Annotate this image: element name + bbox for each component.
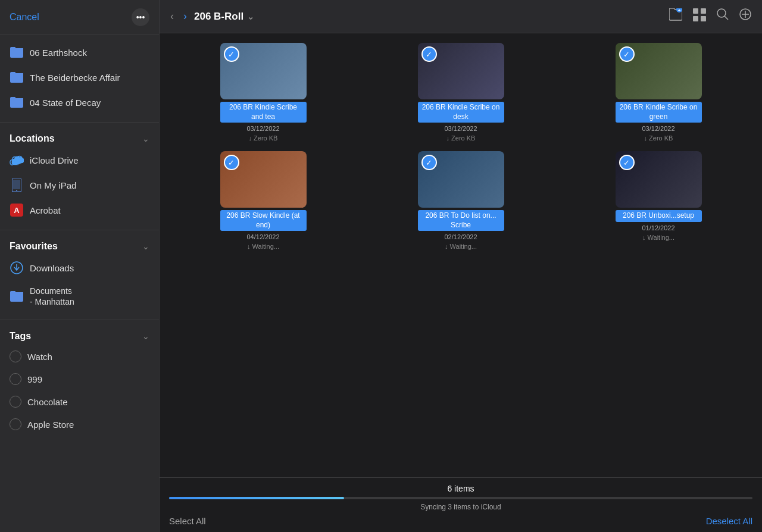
tag-999[interactable]: 999 [0,368,159,390]
tags-section: Tags ⌄ Watch 999 Chocolate Apple S [0,323,159,440]
documents-item[interactable]: Documents- Manhattan [0,280,159,312]
downloads-item[interactable]: Downloads [0,255,159,280]
file-card-2[interactable]: ✓ 206 BR Kindle Scribe on desk 03/12/202… [367,43,555,142]
cancel-button[interactable]: Cancel [10,12,39,23]
tag-chocolate-radio[interactable] [10,396,21,408]
nav-actions: + [667,6,754,27]
favourites-chevron: ⌄ [142,242,149,251]
tags-chevron: ⌄ [142,331,149,341]
file-name-6: 206 BR Unboxi...setup [616,210,702,222]
divider-3 [0,320,159,320]
tag-apple-store-radio[interactable] [10,418,21,430]
breadcrumb-label: 206 B-Roll [194,11,243,23]
tag-999-radio[interactable] [10,373,21,385]
acrobat-item[interactable]: A Acrobat [0,198,159,223]
tag-apple-store[interactable]: Apple Store [0,413,159,436]
locations-title: Locations [10,133,55,144]
folder-item-earthshock[interactable]: 06 Earthshock [0,40,159,65]
favourites-section: Favourites ⌄ Downloads Documents- Manhat… [0,233,159,317]
breadcrumb-chevron[interactable]: ⌄ [247,12,254,21]
acrobat-label: Acrobat [30,205,61,215]
file-thumb-2: ✓ [418,43,504,99]
divider-2 [0,230,159,230]
svg-text:A: A [14,206,20,215]
file-date-2: 03/12/2022 [444,125,477,132]
file-card-6[interactable]: ✓ 206 BR Unboxi...setup 01/12/2022 ↓ Wai… [564,151,752,250]
select-all-button[interactable]: Select All [169,516,206,526]
nav-forward-button[interactable]: › [181,8,189,25]
file-thumb-4: ✓ [220,151,307,208]
file-card-5[interactable]: ✓ 206 BR To Do list on... Scribe 02/12/2… [367,151,555,250]
divider-1 [0,122,159,123]
recent-section: 06 Earthshock The Beiderbecke Affair 04 … [0,35,159,120]
folder-item-decay[interactable]: 04 State of Decay [0,90,159,115]
folder-item-beiderbecke[interactable]: The Beiderbecke Affair [0,65,159,90]
tag-watch-radio[interactable] [10,351,21,362]
file-card-4[interactable]: ✓ 206 BR Slow Kindle (at end) 04/12/2022… [169,151,357,250]
file-size-2: ↓ Zero KB [446,134,476,142]
tag-watch[interactable]: Watch [0,345,159,368]
file-check-5: ✓ [421,155,437,170]
file-name-1: 206 BR Kindle Scribe and tea [220,102,307,123]
tags-header[interactable]: Tags ⌄ [0,327,159,345]
more-options-button[interactable]: ••• [132,8,149,26]
picker-actions: Select All Deselect All [169,516,752,526]
nav-back-button[interactable]: ‹ [168,8,176,25]
icloud-label: iCloud Drive [30,155,79,165]
file-thumb-5: ✓ [418,151,504,208]
svg-rect-13 [701,16,706,21]
file-size-5: ↓ Waiting... [445,243,477,250]
search-button[interactable] [714,6,731,27]
locations-chevron: ⌄ [142,134,149,143]
svg-rect-2 [13,180,20,189]
folder-label-decay: 04 State of Decay [30,98,101,108]
svg-rect-10 [693,8,698,14]
folder-label-earthshock: 06 Earthshock [30,48,87,58]
folder-label-beiderbecke: The Beiderbecke Affair [30,73,120,83]
file-size-4: ↓ Waiting... [247,243,279,250]
picker-main: ‹ › 206 B-Roll ⌄ + [160,0,762,532]
locations-header[interactable]: Locations ⌄ [0,130,159,148]
file-check-2: ✓ [421,46,437,62]
tag-chocolate[interactable]: Chocolate [0,390,159,413]
grid-view-button[interactable] [691,6,708,27]
file-check-3: ✓ [619,46,635,62]
file-check-4: ✓ [224,155,239,170]
folder-icon-1 [10,45,24,60]
svg-text:+: + [678,8,681,13]
file-date-4: 04/12/2022 [246,233,279,240]
svg-point-3 [16,190,17,191]
deselect-all-button[interactable]: Deselect All [706,516,752,526]
main-layout: 208 BR Arrival pos... Timeline 1 🔒 🔊 🖥 3… [0,60,762,532]
svg-rect-12 [693,16,698,21]
download-icon [10,261,24,275]
tag-chocolate-label: Chocolate [27,397,68,407]
sync-progress-fill [169,497,344,499]
ipad-label: On My iPad [30,180,76,190]
file-size-6: ↓ Waiting... [642,234,674,241]
file-card-3[interactable]: ✓ 206 BR Kindle Scribe on green 03/12/20… [564,43,752,142]
download-arrow-icon-2: ↓ [446,134,450,142]
svg-line-15 [724,16,728,20]
favourites-header[interactable]: Favourites ⌄ [0,237,159,255]
downloads-label: Downloads [30,263,74,273]
file-thumb-3: ✓ [616,43,702,99]
tags-title: Tags [10,331,31,342]
select-button[interactable] [737,6,754,27]
new-folder-button[interactable]: + [667,6,685,27]
file-size-3: ↓ Zero KB [644,134,673,142]
picker-nav: ‹ › 206 B-Roll ⌄ + [160,0,762,33]
modal-overlay: Cancel ••• 06 Earthshock The Beid [0,0,762,532]
file-grid: ✓ 206 BR Kindle Scribe and tea 03/12/202… [160,33,762,477]
ipad-item[interactable]: On My iPad [0,173,159,198]
item-count: 6 items [169,484,752,493]
more-dots-icon: ••• [136,12,145,22]
icloud-item[interactable]: iCloud Drive [0,148,159,173]
file-name-2: 206 BR Kindle Scribe on desk [418,102,504,123]
file-card-1[interactable]: ✓ 206 BR Kindle Scribe and tea 03/12/202… [169,43,357,142]
documents-label: Documents- Manhattan [30,286,74,307]
favourites-title: Favourites [10,241,58,252]
download-arrow-icon-1: ↓ [249,134,252,142]
file-name-5: 206 BR To Do list on... Scribe [418,210,504,231]
file-name-3: 206 BR Kindle Scribe on green [616,102,702,123]
